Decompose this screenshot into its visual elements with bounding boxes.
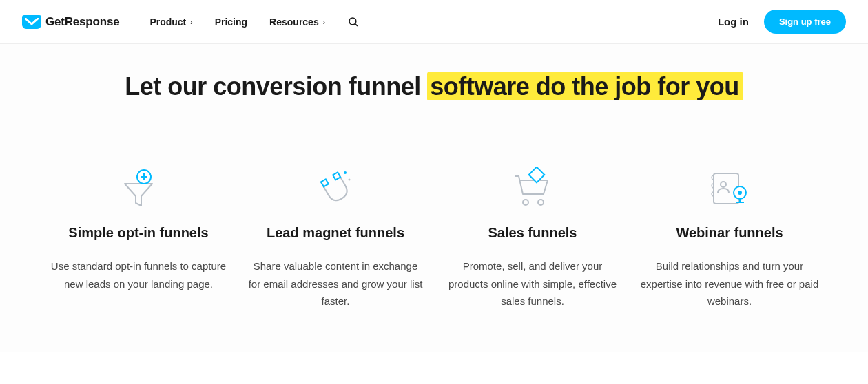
page-content: Let our conversion funnel software do th… [0, 44, 868, 352]
nav-links: Product › Pricing Resources › [149, 16, 360, 28]
feature-desc: Share valuable content in exchange for e… [246, 257, 425, 310]
search-button[interactable] [347, 16, 360, 28]
nav-item-label: Resources [269, 17, 319, 28]
svg-line-1 [355, 23, 358, 26]
feature-desc: Promote, sell, and deliver your products… [443, 257, 622, 310]
feature-sales-funnels: Sales funnels Promote, sell, and deliver… [443, 163, 622, 310]
funnel-plus-icon [49, 163, 228, 213]
feature-title: Lead magnet funnels [246, 225, 425, 241]
svg-point-5 [344, 171, 347, 174]
logo-mark-icon [22, 15, 41, 29]
brand-name: GetResponse [45, 15, 119, 29]
feature-title: Sales funnels [443, 225, 622, 241]
svg-point-6 [349, 179, 351, 181]
svg-point-7 [523, 200, 528, 205]
chevron-right-icon: › [323, 19, 325, 26]
webinar-icon [640, 163, 819, 213]
nav-item-label: Pricing [215, 17, 247, 28]
feature-simple-optin: Simple opt-in funnels Use standard opt-i… [49, 163, 228, 310]
magnet-icon [246, 163, 425, 213]
nav-item-label: Product [149, 17, 186, 28]
svg-point-8 [538, 200, 544, 205]
nav-item-resources[interactable]: Resources › [269, 17, 325, 28]
svg-point-0 [349, 18, 356, 25]
search-icon [347, 16, 360, 28]
features-row: Simple opt-in funnels Use standard opt-i… [41, 163, 827, 310]
headline-highlight: software do the job for you [427, 72, 743, 100]
nav-item-pricing[interactable]: Pricing [215, 17, 247, 28]
feature-lead-magnet: Lead magnet funnels Share valuable conte… [246, 163, 425, 310]
chevron-right-icon: › [190, 19, 192, 26]
login-link[interactable]: Log in [718, 16, 749, 28]
nav-item-product[interactable]: Product › [149, 17, 192, 28]
svg-point-11 [721, 182, 726, 187]
navbar: GetResponse Product › Pricing Resources … [0, 0, 868, 44]
feature-title: Webinar funnels [640, 225, 819, 241]
feature-desc: Build relationships and turn your expert… [640, 257, 819, 310]
nav-right: Log in Sign up free [718, 10, 846, 34]
feature-desc: Use standard opt-in funnels to capture n… [49, 257, 228, 292]
feature-webinar-funnels: Webinar funnels Build relationships and … [640, 163, 819, 310]
headline-part1: Let our conversion funnel [125, 72, 427, 100]
signup-button[interactable]: Sign up free [764, 10, 846, 34]
cart-icon [443, 163, 622, 213]
feature-title: Simple opt-in funnels [49, 225, 228, 241]
svg-point-13 [738, 191, 742, 195]
brand-logo[interactable]: GetResponse [22, 15, 119, 29]
section-headline: Let our conversion funnel software do th… [41, 72, 827, 101]
